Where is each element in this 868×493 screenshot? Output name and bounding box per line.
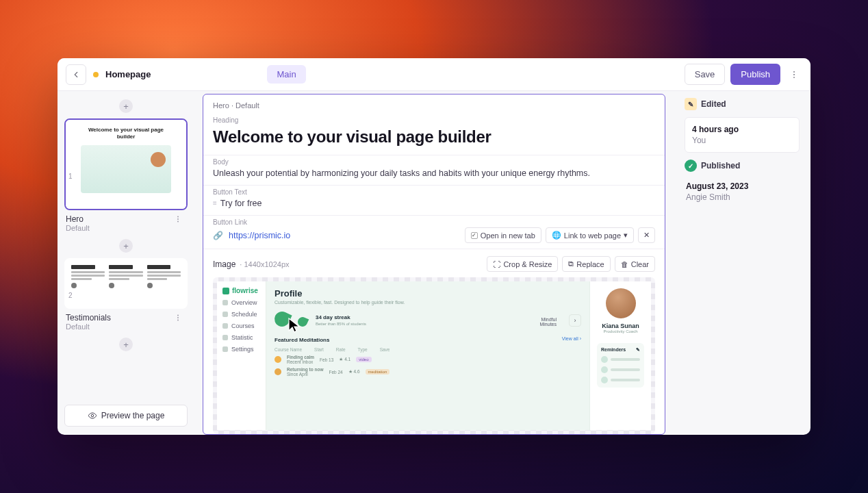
editor-panel: Hero · Default Heading Welcome to your v… [203, 94, 665, 435]
slice-variant: Default [66, 323, 186, 331]
mock-person-role: Productivity Coach [603, 329, 637, 333]
mock-cell: Feb 13 [320, 357, 333, 362]
save-button[interactable]: Save [685, 64, 726, 85]
globe-icon: 🌐 [552, 231, 561, 240]
mock-nav-item: Courses [231, 323, 255, 329]
edited-card[interactable]: 4 hours ago You [685, 117, 800, 153]
mock-row-sub: Recent Inbox [287, 359, 313, 364]
open-new-tab-toggle[interactable]: ✓Open in new tab [465, 227, 541, 243]
pencil-icon: ✎ [685, 98, 697, 110]
mock-reminders-heading: Reminders [601, 347, 626, 353]
slice-card-testimonials[interactable] [64, 258, 188, 309]
arrow-left-icon [71, 70, 81, 79]
clear-label: Clear [631, 260, 649, 268]
published-heading: Published [701, 161, 740, 170]
field-label-button-link: Button Link [213, 218, 655, 226]
slice-menu-button[interactable] [170, 215, 186, 223]
image-canvas[interactable]: flowrise Overview Schedule Courses Stati… [213, 277, 655, 434]
preview-title-line: Welcome to your visual page [88, 127, 164, 133]
link-icon: 🔗 [213, 231, 223, 240]
button-link-input[interactable]: https://prismic.io [229, 231, 290, 240]
button-text-input[interactable]: Try for free [220, 197, 262, 210]
add-slice-bottom-button[interactable]: + [119, 338, 133, 351]
edited-heading: Edited [701, 99, 726, 109]
svg-point-7 [177, 317, 179, 318]
image-field-label: Image [213, 260, 235, 269]
field-label-button-text: Button Text [213, 188, 655, 196]
svg-point-6 [177, 315, 179, 316]
svg-point-5 [177, 221, 179, 223]
crop-resize-button[interactable]: ⛶Crop & Resize [487, 256, 558, 272]
breadcrumb: Homepage [105, 69, 151, 79]
mock-col: Start [314, 347, 324, 352]
mock-nav-item: Overview [231, 299, 257, 306]
mock-streak: 34 day streak [316, 314, 350, 320]
slice-index: 1 [68, 173, 73, 180]
crop-label: Crop & Resize [503, 260, 552, 268]
mock-nav-item: Statistic [231, 334, 253, 341]
body-input[interactable]: Unleash your potential by harmonizing yo… [213, 167, 655, 179]
replace-image-button[interactable]: ⧉Replace [562, 256, 610, 272]
mock-col: Course Name [275, 347, 302, 352]
panel-breadcrumb: Hero · Default [203, 94, 665, 114]
svg-point-9 [91, 414, 94, 417]
published-by: Angie Smith [686, 192, 798, 202]
mock-row-sub: Since April [287, 372, 308, 377]
close-icon: ✕ [643, 231, 650, 240]
topbar: Homepage Main Save Publish [58, 58, 810, 91]
link-type-label: Link to web page [564, 231, 621, 240]
mock-row-title: Finding calm [287, 355, 314, 359]
mock-col: Type [358, 347, 368, 352]
mock-profile-heading: Profile [275, 288, 581, 299]
heading-input[interactable]: Welcome to your visual page builder [213, 125, 655, 149]
edited-by: You [692, 136, 792, 145]
mock-nav-item: Schedule [231, 311, 257, 318]
preview-page-button[interactable]: Preview the page [64, 405, 188, 427]
mock-person-name: Kiana Sunan [602, 323, 639, 329]
mock-col: Rate [336, 347, 346, 352]
publish-button[interactable]: Publish [730, 64, 780, 85]
published-date: August 23, 2023 [686, 181, 798, 191]
mock-nav-item: Settings [231, 346, 254, 353]
clear-image-button[interactable]: 🗑Clear [615, 256, 655, 272]
svg-point-3 [177, 216, 179, 218]
kebab-icon [789, 70, 799, 79]
replace-icon: ⧉ [568, 260, 574, 268]
svg-point-1 [793, 74, 795, 75]
brand-name: flowrise [232, 287, 258, 294]
mock-cell: Feb 24 [329, 370, 342, 375]
preview-page-label: Preview the page [101, 411, 165, 420]
mock-chip: video [356, 357, 371, 362]
back-button[interactable] [66, 64, 86, 85]
mock-viewall: View all › [562, 336, 581, 341]
mock-mindful: Mindful [541, 317, 557, 322]
mock-mindful: Minutes [539, 322, 557, 327]
crop-icon: ⛶ [493, 260, 500, 268]
more-menu-button[interactable] [786, 70, 802, 79]
slice-preview [66, 260, 186, 307]
arrow-right-icon: › [569, 314, 581, 327]
preview-title-line: builder [117, 134, 136, 140]
mock-featured-heading: Featured Meditations [275, 337, 329, 343]
drag-handle-icon[interactable]: ≡ [213, 199, 216, 207]
kebab-icon [174, 314, 182, 322]
mock-cell: 4.1 [344, 357, 350, 362]
chevron-down-icon: ▾ [624, 231, 628, 240]
add-slice-mid-button[interactable]: + [119, 239, 133, 253]
replace-label: Replace [576, 260, 604, 268]
editor-column: Hero · Default Heading Welcome to your v… [194, 91, 674, 435]
clear-link-button[interactable]: ✕ [638, 227, 655, 243]
image-mockup: flowrise Overview Schedule Courses Stati… [217, 281, 651, 430]
svg-point-0 [793, 71, 795, 72]
slice-name: Testimonials [66, 313, 111, 323]
slice-card-hero[interactable]: Welcome to your visual pagebuilder [64, 118, 188, 210]
link-type-select[interactable]: 🌐Link to web page▾ [546, 227, 634, 243]
globe-icon: ✓ [685, 160, 697, 172]
mock-profile-sub: Customizable, flexible, fast. Designed t… [275, 300, 581, 305]
svg-point-8 [177, 320, 179, 321]
tab-main[interactable]: Main [267, 65, 305, 84]
field-label-body: Body [213, 158, 655, 166]
add-slice-top-button[interactable]: + [119, 99, 133, 113]
slice-preview: Welcome to your visual pagebuilder [66, 120, 186, 209]
slice-menu-button[interactable] [170, 314, 186, 322]
